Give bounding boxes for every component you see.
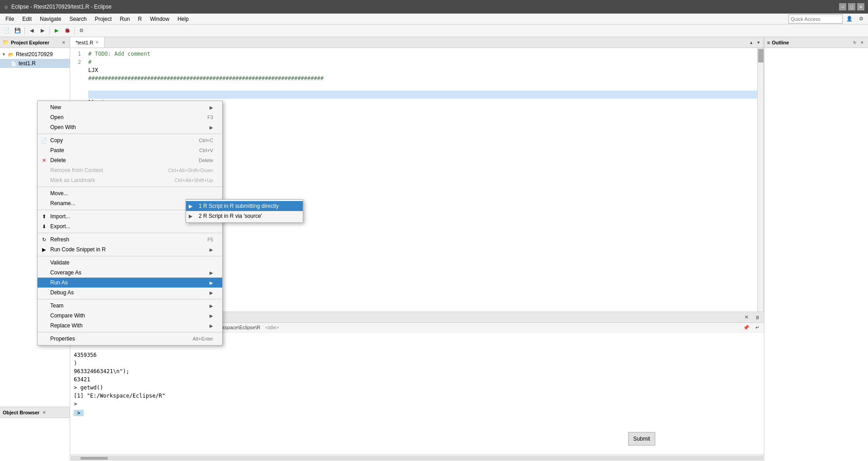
maximize-button[interactable]: □ [848,3,855,10]
toolbar-extra-btn[interactable]: ⚙ [76,26,86,36]
ctx-open-label: Open [50,114,198,120]
console-wrap-btn[interactable]: ↵ [752,323,762,333]
title-bar-controls: ─ □ ✕ [839,3,864,10]
ctx-mark-landmark-shortcut: Ctrl+Alt+Shift+Up [175,178,213,183]
object-browser-close[interactable]: ✕ [41,409,48,416]
console-line-4: ) [74,359,760,367]
ctx-run-snippet[interactable]: ▶ Run Code Snippet in R ▶ [38,245,222,255]
project-explorer-header: 📁 Project Explorer ✕ [0,37,70,48]
ctx-delete-label: Delete [50,157,190,163]
toolbar-save-btn[interactable]: 💾 [13,26,23,36]
ctx-compare-with[interactable]: Compare With ▶ [38,311,222,321]
ctx-open-shortcut: F3 [207,115,213,120]
ctx-new-arrow: ▶ [210,105,213,110]
outline-content [764,48,868,461]
toolbar-new-btn[interactable]: 📄 [2,26,12,36]
outline-icon: ≡ [767,40,770,45]
ctx-debug-as-arrow: ▶ [210,290,213,295]
editor-scroll-up[interactable]: ▲ [748,39,754,46]
project-name: Rtest20170929 [16,51,52,58]
close-button[interactable]: ✕ [857,3,864,10]
ctx-run-as[interactable]: Run As ▶ [38,278,222,288]
ctx-copy[interactable]: 📄 Copy Ctrl+C [38,135,222,145]
ctx-paste[interactable]: Paste Ctrl+V [38,145,222,155]
ctx-properties[interactable]: Properties Alt+Enter [38,334,222,344]
ctx-coverage-as[interactable]: Coverage As ▶ [38,268,222,278]
menu-run[interactable]: Run [116,15,134,23]
menu-project[interactable]: Project [91,15,115,23]
ctx-team-arrow: ▶ [210,303,213,308]
quick-access-input[interactable] [788,14,843,24]
ctx-paste-label: Paste [50,147,190,154]
menu-search[interactable]: Search [66,15,90,23]
menu-help[interactable]: Help [174,15,192,23]
code-line-3: LJX [88,66,760,74]
editor-scroll-down[interactable]: ▼ [755,39,762,46]
menu-navigate[interactable]: Navigate [36,15,65,23]
eclipse-icon: ☼ [4,4,9,10]
ctx-debug-as[interactable]: Debug As ▶ [38,288,222,298]
tree-arrow-project: ▼ [2,52,7,57]
editor-scrollbar[interactable] [757,48,763,312]
outline-header: ≡ Outline ↻ ✕ [764,37,868,48]
object-browser-header: Object Browser ✕ [0,407,70,418]
editor-tab-test1r[interactable]: *test1.R ✕ [70,37,105,48]
toolbar-run-btn[interactable]: ▶ [52,26,62,36]
console-clear-btn[interactable]: ✕ [741,312,751,322]
outline-close-btn[interactable]: ✕ [859,39,865,46]
ctx-sep-2 [38,187,222,187]
menu-edit[interactable]: Edit [19,15,35,23]
toolbar-debug-btn[interactable]: 🐞 [62,26,72,36]
ctx-sep-4 [38,233,222,233]
ctx-new[interactable]: New ▶ [38,102,222,112]
minimize-button[interactable]: ─ [839,3,846,10]
console-scrollbar[interactable] [70,455,764,461]
ctx-validate[interactable]: Validate [38,258,222,268]
menu-r[interactable]: R [134,15,146,23]
ctx-mark-landmark[interactable]: Mark as Landmark Ctrl+Alt+Shift+Up [38,175,222,185]
ctx-team[interactable]: Team ▶ [38,301,222,311]
project-explorer-close[interactable]: ✕ [61,39,67,46]
toolbar-back-btn[interactable]: ◀ [27,26,37,36]
menu-file[interactable]: File [2,15,18,23]
project-explorer-title: Project Explorer [11,40,59,45]
ctx-paste-shortcut: Ctrl+V [199,148,213,153]
submenu-run-source[interactable]: ▶ 2 R Script in R via 'source' [186,211,303,221]
console-line-8: [1] "E:/Workspace/Eclipse/R" [74,392,760,400]
console-input[interactable] [85,408,760,418]
toolbar-settings-icon[interactable]: ⚙ [856,14,866,24]
console-prompt: > [74,410,84,416]
ctx-refresh[interactable]: ↻ Refresh F5 [38,235,222,245]
editor-tabs: *test1.R ✕ ▲ ▼ [70,37,763,48]
ctx-remove-context[interactable]: Remove from Context Ctrl+Alt+Shift+Down [38,165,222,175]
toolbar-forward-btn[interactable]: ▶ [38,26,48,36]
tree-project[interactable]: ▼ 📂 Rtest20170929 [0,50,70,59]
ctx-export[interactable]: ⬇ Export... [38,221,222,231]
ctx-mark-landmark-label: Mark as Landmark [50,177,166,183]
console-line-6: 63421 [74,375,760,384]
ctx-run-snippet-arrow: ▶ [210,247,213,252]
outline-sync-btn[interactable]: ↻ [852,39,858,46]
submit-button[interactable]: Submit [628,432,655,446]
console-scroll-lock-btn[interactable]: ⏸ [752,312,762,322]
ctx-open[interactable]: Open F3 [38,112,222,122]
editor-scrollbar-thumb [758,49,763,62]
run-as-submenu: ▶ 1 R Script in R submitting directly ▶ … [186,199,303,223]
ctx-copy-label: Copy [50,137,190,144]
console-pin-btn[interactable]: 📌 [741,323,751,333]
menu-window[interactable]: Window [146,15,173,23]
ctx-move[interactable]: Move... [38,188,222,198]
submenu-run-directly[interactable]: ▶ 1 R Script in R submitting directly [186,201,303,211]
ctx-delete[interactable]: ✕ Delete Delete [38,155,222,165]
toolbar-person-icon[interactable]: 👤 [844,14,854,24]
refresh-icon: ↻ [40,236,48,243]
editor-tab-close-icon[interactable]: ✕ [95,40,99,45]
ctx-properties-label: Properties [50,336,183,342]
submenu-run-directly-label: 1 R Script in R submitting directly [199,203,279,209]
tree-file[interactable]: 📄 test1.R [0,59,70,68]
ctx-open-with[interactable]: Open With ▶ [38,122,222,132]
ctx-refresh-label: Refresh [50,236,198,243]
ctx-replace-with[interactable]: Replace With ▶ [38,321,222,331]
left-panel: 📁 Project Explorer ✕ ▼ 📂 Rtest20170929 📄… [0,37,70,461]
console-scrollbar-thumb [81,457,108,460]
